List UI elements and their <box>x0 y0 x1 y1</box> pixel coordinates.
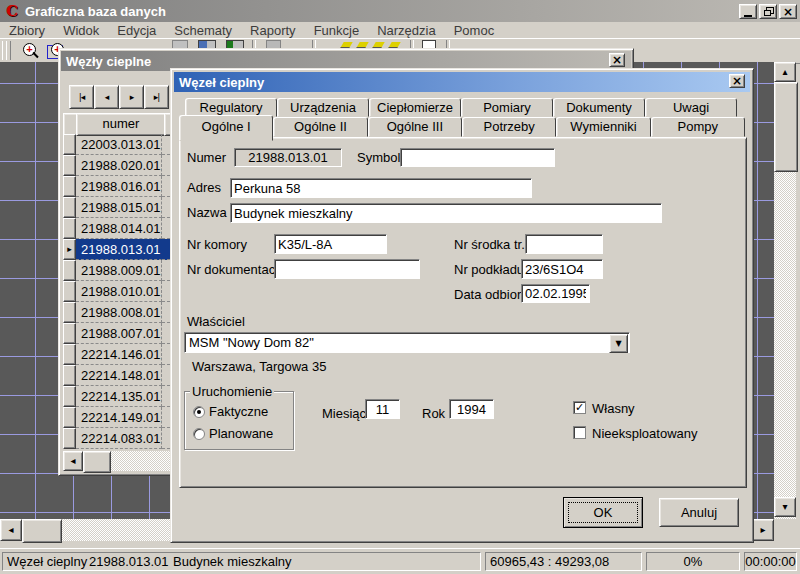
nr-dokumentacji-input[interactable] <box>274 259 420 279</box>
row-marker <box>63 155 76 176</box>
menu-item-widok[interactable]: Widok <box>54 23 108 38</box>
tab-ogólne-iii[interactable]: Ogólne III <box>368 117 462 137</box>
scroll-left-button[interactable]: ◂ <box>0 519 22 541</box>
miesiac-input[interactable] <box>365 399 400 419</box>
horizontal-scroll-thumb[interactable] <box>22 519 62 543</box>
radio-icon <box>193 428 205 440</box>
nr-podkladu-label: Nr podkładu <box>454 263 524 277</box>
adres-input[interactable] <box>230 178 532 198</box>
row-number: 22214.135.01 <box>76 386 162 407</box>
symbol-label: Symbol <box>357 151 400 165</box>
nr-dokumentacji-label: Nr dokumentacji <box>187 263 281 277</box>
status-progress: 0% <box>646 552 740 571</box>
wlasciciel-combobox[interactable]: MSM "Nowy Dom 82" ▼ <box>184 332 630 353</box>
row-marker <box>63 281 76 302</box>
combo-dropdown-button[interactable]: ▼ <box>609 334 628 353</box>
checkbox-wlasny[interactable]: ✓ Własny <box>573 401 635 416</box>
menu-item-schematy[interactable]: Schematy <box>165 23 241 38</box>
row-number: 21988.014.01 <box>76 218 162 239</box>
close-icon: × <box>732 75 742 87</box>
list-scroll-left-button[interactable]: ◂ <box>63 451 83 471</box>
row-number: 22214.083.01 <box>76 428 162 449</box>
zoom-in-icon: + <box>18 41 32 60</box>
nav-last-button[interactable]: ▸| <box>144 85 169 109</box>
rok-label: Rok <box>422 407 445 421</box>
menu-item-pomoc[interactable]: Pomoc <box>445 23 503 38</box>
tab-ogólne-i[interactable]: Ogólne I <box>179 115 273 141</box>
dialog-close-button[interactable]: × <box>729 74 745 88</box>
symbol-input[interactable] <box>400 148 555 167</box>
close-button[interactable]: × <box>779 4 797 19</box>
scroll-down-button[interactable]: ▾ <box>774 497 796 517</box>
list-window-close-button[interactable]: × <box>609 53 625 67</box>
row-number: 21988.016.01 <box>76 176 162 197</box>
arrow-right-icon: ▸ <box>760 525 765 535</box>
menu-item-raporty[interactable]: Raporty <box>241 23 305 38</box>
row-marker: ▸ <box>63 239 76 260</box>
checkbox-icon <box>573 426 586 439</box>
radio-option-faktyczne[interactable]: Faktyczne <box>193 404 268 419</box>
row-number: 21988.010.01 <box>76 281 162 302</box>
tab-ciepłomierze[interactable]: Ciepłomierze <box>369 98 461 117</box>
radio-option-planowane[interactable]: Planowane <box>193 426 273 441</box>
close-icon: × <box>783 6 793 18</box>
row-marker <box>63 344 76 365</box>
row-number: 21988.007.01 <box>76 323 162 344</box>
tab-ogólne-ii[interactable]: Ogólne II <box>273 117 367 137</box>
vertical-scrollbar[interactable]: ▴ ▾ <box>774 62 796 519</box>
application-window: C Graficzna baza danych × ZbioryWidokEdy… <box>0 0 800 574</box>
adres-label: Adres <box>187 181 221 195</box>
row-marker <box>63 134 76 155</box>
tab-potrzeby[interactable]: Potrzeby <box>462 117 556 137</box>
tab-urządzenia[interactable]: Urządzenia <box>277 98 369 117</box>
data-odbioru-input[interactable] <box>521 284 590 303</box>
menu-item-funkcje[interactable]: Funkcje <box>305 23 369 38</box>
tab-wymienniki[interactable]: Wymienniki <box>556 117 650 137</box>
arrow-up-icon: ▴ <box>782 67 787 77</box>
nr-podkladu-input[interactable] <box>521 259 603 279</box>
row-number: 22214.146.01 <box>76 344 162 365</box>
toolbar-grip[interactable] <box>6 41 11 60</box>
menu-item-edycja[interactable]: Edycja <box>108 23 165 38</box>
nr-komory-input[interactable] <box>274 234 387 254</box>
nav-first-button[interactable]: |◂ <box>69 85 94 109</box>
tab-pomiary[interactable]: Pomiary <box>461 98 553 117</box>
uruchomienie-group: Uruchomienie Faktyczne Planowane <box>184 391 294 450</box>
app-icon: C <box>4 3 20 19</box>
vertical-scroll-thumb[interactable] <box>774 82 798 172</box>
restore-button[interactable] <box>759 4 777 19</box>
ok-button[interactable]: OK <box>563 497 643 528</box>
minimize-button[interactable] <box>739 4 757 19</box>
nazwa-input[interactable] <box>230 203 662 223</box>
row-marker <box>63 260 76 281</box>
menu-item-zbiory[interactable]: Zbiory <box>0 23 54 38</box>
tab-dokumenty[interactable]: Dokumenty <box>553 98 645 117</box>
close-icon: × <box>612 54 622 66</box>
nr-srodka-label: Nr środka tr. <box>454 238 525 252</box>
scroll-right-button[interactable]: ▸ <box>752 519 774 541</box>
status-time: 00:00:00 <box>744 552 797 571</box>
zoom-in-button[interactable]: + <box>12 40 38 61</box>
radio-label: Faktyczne <box>209 404 268 419</box>
row-number: 21988.020.01 <box>76 155 162 176</box>
nav-previous-button[interactable]: ◂ <box>94 85 119 109</box>
column-header-numer[interactable]: numer <box>76 113 166 136</box>
data-odbioru-label: Data odbioru <box>454 288 528 302</box>
numer-field[interactable] <box>234 148 342 167</box>
tab-uwagi[interactable]: Uwagi <box>645 98 737 117</box>
numer-label: Numer <box>187 151 226 165</box>
checkbox-nieeksploatowany[interactable]: Nieeksploatowany <box>573 426 698 441</box>
nav-next-button[interactable]: ▸ <box>119 85 144 109</box>
tab-pompy[interactable]: Pompy <box>651 117 745 137</box>
nazwa-label: Nazwa <box>187 206 227 220</box>
nr-srodka-input[interactable] <box>525 234 603 254</box>
cancel-button[interactable]: Anuluj <box>659 498 739 527</box>
tabs-row-front: Ogólne IOgólne IIOgólne IIIPotrzebyWymie… <box>179 117 745 137</box>
row-marker <box>63 428 76 449</box>
scroll-up-button[interactable]: ▴ <box>774 62 796 82</box>
wlasciciel-value: MSM "Nowy Dom 82" <box>189 335 314 350</box>
app-title: Graficzna baza danych <box>25 4 166 19</box>
list-scroll-thumb[interactable] <box>83 451 111 473</box>
rok-input[interactable] <box>449 399 494 419</box>
menu-item-narzędzia[interactable]: Narzędzia <box>368 23 445 38</box>
